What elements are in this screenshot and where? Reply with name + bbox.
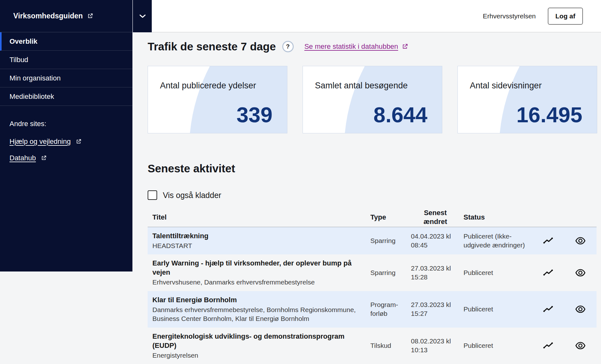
row-changed: 08.02.2023 kl 10:13 <box>411 337 464 355</box>
row-type: Program-forløb <box>370 300 411 318</box>
stat-label: Samlet antal besøgende <box>315 81 408 91</box>
activity-section: Seneste aktivitet Vis også kladder Titel… <box>148 163 597 364</box>
org-name: Erhvervsstyrelsen <box>483 12 536 20</box>
row-type: Tilskud <box>370 341 411 350</box>
row-title: Talenttiltrækning <box>152 231 361 240</box>
row-status: Publiceret <box>464 268 532 277</box>
trend-icon <box>543 304 553 315</box>
row-changed: 04.04.2023 kl 08:45 <box>411 232 464 250</box>
stat-value: 339 <box>237 102 272 127</box>
row-title: Klar til Energiø Bornholm <box>152 295 361 304</box>
sidebar-item-label: Tilbud <box>10 56 28 64</box>
statistics-button[interactable] <box>532 291 564 328</box>
sidebar-item-label: Overblik <box>10 37 37 46</box>
row-subtitle: Energistyrelsen <box>152 351 361 360</box>
sidebar-item-tilbud[interactable]: Tilbud <box>0 51 132 69</box>
sidebar-nav: Overblik Tilbud Min organisation Mediebi… <box>0 32 132 106</box>
stat-cards: Antal publicerede ydelser 339 Samlet ant… <box>148 66 597 133</box>
eye-icon <box>575 235 586 246</box>
row-changed: 27.03.2023 kl 15:28 <box>411 264 464 282</box>
sidebar-item-min-organisation[interactable]: Min organisation <box>0 69 132 87</box>
row-title-cell: Early Warning - hjælp til virksomheder, … <box>148 254 370 291</box>
table-row[interactable]: Talenttiltrækning HEADSTART Sparring 04.… <box>148 227 597 254</box>
external-link-icon <box>41 155 47 161</box>
column-header-text: Senest ændret <box>421 208 450 226</box>
logout-button[interactable]: Log af <box>548 8 583 25</box>
sidebar-item-label: Min organisation <box>10 74 61 82</box>
table-row[interactable]: Early Warning - hjælp til virksomheder, … <box>148 254 597 291</box>
trend-icon <box>543 340 553 351</box>
stat-card-sidevisninger: Antal sidevisninger 16.495 <box>457 66 597 133</box>
eye-icon <box>575 267 586 278</box>
stat-label: Antal sidevisninger <box>470 81 542 91</box>
traffic-section: Trafik de seneste 7 dage ? Se mere stati… <box>148 41 597 133</box>
link-hjaelp-og-vejledning[interactable]: Hjælp og vejledning <box>10 137 82 146</box>
column-header-status: Status <box>464 213 532 221</box>
statistics-button[interactable] <box>532 254 564 291</box>
datahub-statistics-link[interactable]: Se mere statistik i datahubben <box>304 42 408 51</box>
external-link-icon <box>87 13 93 19</box>
preview-button[interactable] <box>564 328 597 364</box>
row-type: Sparring <box>370 268 411 277</box>
trend-icon <box>543 267 553 278</box>
row-subtitle: HEADSTART <box>152 241 361 250</box>
table-row[interactable]: Klar til Energiø Bornholm Danmarks erhve… <box>148 291 597 328</box>
row-title: Early Warning - hjælp til virksomheder, … <box>152 259 361 277</box>
top-header: Erhvervsstyrelsen Log af <box>132 0 601 32</box>
link-label: Hjælp og vejledning <box>10 137 71 146</box>
row-status: Publiceret <box>464 305 532 314</box>
sidebar: Virksomhedsguiden Overblik Tilbud Min or… <box>0 0 132 271</box>
link-label: Datahub <box>10 154 36 162</box>
table-header-row: Titel Type Senest ændret Status <box>148 208 597 227</box>
show-drafts-row: Vis også kladder <box>148 190 597 200</box>
eye-icon <box>575 340 586 351</box>
row-changed: 27.03.2023 kl 15:27 <box>411 300 464 318</box>
table-row[interactable]: Energiteknologisk udviklings- og demonst… <box>148 328 597 364</box>
row-title-cell: Energiteknologisk udviklings- og demonst… <box>148 328 370 364</box>
sidebar-item-label: Mediebibliotek <box>10 93 54 101</box>
stat-value: 8.644 <box>374 102 427 127</box>
external-link-icon <box>75 138 82 145</box>
column-header-titel: Titel <box>148 213 370 221</box>
sidebar-item-overblik[interactable]: Overblik <box>0 32 132 51</box>
row-subtitle: Danmarks erhvervsfremmebestyrelse, Bornh… <box>152 305 361 323</box>
show-drafts-checkbox[interactable] <box>148 190 157 200</box>
stat-card-publicerede-ydelser: Antal publicerede ydelser 339 <box>148 66 287 133</box>
row-title-cell: Talenttiltrækning HEADSTART <box>148 227 370 254</box>
activity-title: Seneste aktivitet <box>148 163 597 175</box>
main-content: Trafik de seneste 7 dage ? Se mere stati… <box>132 33 601 364</box>
preview-button[interactable] <box>564 254 597 291</box>
show-drafts-label: Vis også kladder <box>163 191 221 200</box>
link-label: Se mere statistik i datahubben <box>304 42 398 51</box>
eye-icon <box>575 304 586 315</box>
brand-name: Virksomhedsguiden <box>13 12 83 20</box>
row-status: Publiceret (Ikke-udgivede ændringer) <box>464 232 532 250</box>
sidebar-collapse-button[interactable] <box>133 0 152 32</box>
row-title: Energiteknologisk udviklings- og demonst… <box>152 332 361 350</box>
help-icon[interactable]: ? <box>282 41 294 52</box>
stat-value: 16.495 <box>516 102 582 127</box>
sidebar-item-mediebibliotek[interactable]: Mediebibliotek <box>0 87 132 106</box>
preview-button[interactable] <box>564 291 597 328</box>
trend-icon <box>543 235 553 246</box>
row-title-cell: Klar til Energiø Bornholm Danmarks erhve… <box>148 291 370 328</box>
chevron-down-icon <box>139 12 146 20</box>
stat-label: Antal publicerede ydelser <box>160 81 256 91</box>
column-header-senest-aendret: Senest ændret <box>411 208 464 226</box>
statistics-button[interactable] <box>532 328 564 364</box>
activity-table: Titel Type Senest ændret Status Talentti… <box>148 208 597 364</box>
brand-link[interactable]: Virksomhedsguiden <box>0 0 132 32</box>
statistics-button[interactable] <box>532 227 564 254</box>
row-subtitle: Erhvervshusene, Danmarks erhvervsfremmeb… <box>152 278 361 287</box>
traffic-title: Trafik de seneste 7 dage <box>148 41 276 53</box>
link-datahub[interactable]: Datahub <box>10 154 47 162</box>
column-header-type: Type <box>370 213 411 221</box>
row-status: Publiceret <box>464 341 532 350</box>
other-sites-label: Andre sites: <box>10 120 132 128</box>
preview-button[interactable] <box>564 227 597 254</box>
stat-card-besoegende: Samlet antal besøgende 8.644 <box>303 66 442 133</box>
row-type: Sparring <box>370 236 411 245</box>
other-sites-section: Andre sites: Hjælp og vejledning Datahub <box>0 106 132 162</box>
external-link-icon <box>401 43 408 50</box>
